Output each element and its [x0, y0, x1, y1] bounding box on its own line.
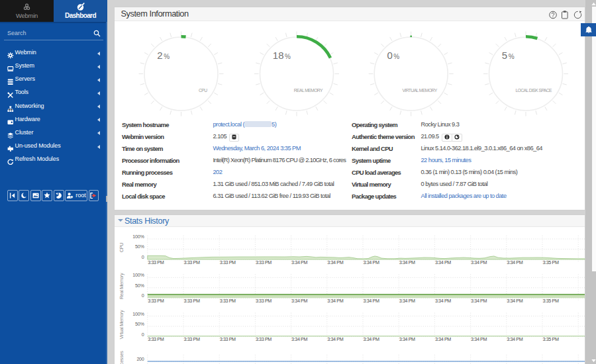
svg-text:3:33 PM: 3:33 PM	[148, 298, 164, 304]
svg-text:3:34 PM: 3:34 PM	[364, 336, 379, 342]
svg-text:Processes: Processes	[119, 351, 124, 364]
svg-text:3:34 PM: 3:34 PM	[327, 336, 343, 342]
svg-text:3:35 PM: 3:35 PM	[543, 259, 559, 265]
svg-text:100%: 100%	[132, 234, 144, 240]
svg-text:3:34 PM: 3:34 PM	[435, 298, 451, 304]
svg-text:3:34 PM: 3:34 PM	[507, 336, 522, 342]
svg-text:3:34 PM: 3:34 PM	[435, 336, 451, 342]
svg-text:CPU: CPU	[119, 243, 124, 252]
svg-text:3:35 PM: 3:35 PM	[543, 336, 559, 342]
svg-text:3:33 PM: 3:33 PM	[220, 298, 236, 304]
svg-text:3:33 PM: 3:33 PM	[220, 259, 236, 265]
svg-text:Virtual Memory: Virtual Memory	[119, 310, 124, 340]
svg-text:200: 200	[136, 356, 144, 362]
svg-text:3:33 PM: 3:33 PM	[220, 336, 236, 342]
svg-text:50%: 50%	[135, 244, 144, 250]
svg-text:3:34 PM: 3:34 PM	[291, 336, 307, 342]
svg-text:Real Memory: Real Memory	[119, 273, 124, 299]
svg-text:3:34 PM: 3:34 PM	[507, 259, 522, 265]
svg-text:3:34 PM: 3:34 PM	[364, 298, 379, 304]
svg-text:3:34 PM: 3:34 PM	[291, 298, 307, 304]
svg-text:3:33 PM: 3:33 PM	[184, 259, 200, 265]
svg-text:3:33 PM: 3:33 PM	[148, 336, 164, 342]
svg-text:3:33 PM: 3:33 PM	[256, 336, 272, 342]
svg-text:3:33 PM: 3:33 PM	[256, 298, 272, 304]
svg-text:3:34 PM: 3:34 PM	[364, 259, 379, 265]
svg-text:3:34 PM: 3:34 PM	[327, 298, 343, 304]
svg-text:3:34 PM: 3:34 PM	[291, 259, 307, 265]
svg-text:3:34 PM: 3:34 PM	[399, 336, 415, 342]
svg-text:LOCAL DISK SPACE: LOCAL DISK SPACE	[515, 88, 552, 93]
svg-text:50%: 50%	[135, 321, 144, 327]
svg-text:VIRTUAL MEMORY: VIRTUAL MEMORY	[402, 88, 437, 93]
svg-text:100%: 100%	[132, 311, 144, 317]
svg-text:0: 0	[142, 254, 144, 260]
svg-text:3:33 PM: 3:33 PM	[148, 259, 164, 265]
svg-text:3:34 PM: 3:34 PM	[435, 259, 451, 265]
svg-text:3:34 PM: 3:34 PM	[399, 298, 415, 304]
svg-text:3:33 PM: 3:33 PM	[184, 298, 200, 304]
svg-text:3:34 PM: 3:34 PM	[507, 298, 522, 304]
svg-text:3:34 PM: 3:34 PM	[471, 259, 487, 265]
svg-text:REAL MEMORY: REAL MEMORY	[294, 88, 323, 93]
svg-text:3:34 PM: 3:34 PM	[471, 336, 487, 342]
svg-text:3:34 PM: 3:34 PM	[399, 259, 415, 265]
svg-text:0: 0	[142, 332, 144, 338]
svg-text:CPU: CPU	[199, 88, 207, 93]
svg-text:3:33 PM: 3:33 PM	[184, 336, 200, 342]
svg-text:3:35 PM: 3:35 PM	[543, 298, 559, 304]
svg-text:0: 0	[142, 293, 144, 298]
svg-text:100%: 100%	[132, 272, 144, 278]
svg-text:3:34 PM: 3:34 PM	[471, 298, 487, 304]
svg-text:50%: 50%	[135, 283, 144, 289]
svg-text:3:33 PM: 3:33 PM	[256, 259, 272, 265]
svg-text:3:34 PM: 3:34 PM	[327, 259, 343, 265]
